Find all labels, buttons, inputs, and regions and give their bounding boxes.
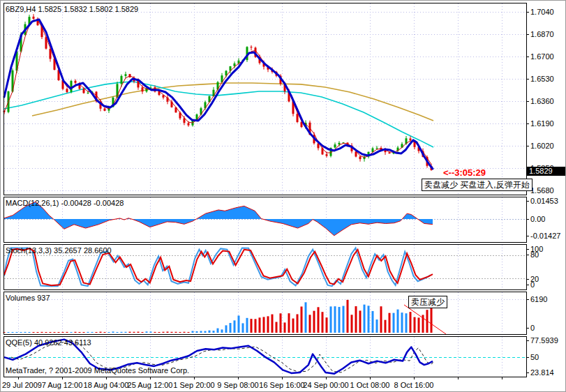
time-axis-label: 24 Sep 00:00	[303, 382, 348, 389]
qqe-indicator-label: QQE(5) 40.9262 43.6113	[6, 338, 91, 347]
chart-window: 6BZ9,H4 1.5825 1.5832 1.5802 1.5829 MACD…	[0, 0, 566, 392]
time-axis-label: 8 Oct 16:00	[394, 382, 434, 389]
axis-label-stoch: 80	[530, 251, 539, 259]
time-axis-label: 16 Sep 16:00	[259, 382, 304, 389]
volume-note[interactable]: 卖压减少	[408, 296, 447, 308]
axis-label-main: 1.6530	[530, 75, 554, 83]
axis-label-qqe: 50	[530, 354, 539, 361]
time-axis-label: 7 Aug 12:00	[42, 382, 83, 389]
axis-label-main: 1.7040	[530, 8, 554, 16]
chart-canvas[interactable]	[1, 1, 566, 392]
volumes-indicator-label: Volumes 937	[6, 294, 50, 302]
copyright-label: MetaTrader, ? 2001-2009 MetaQuotes Softw…	[6, 366, 189, 375]
axis-label-macd: 0.01453	[530, 197, 558, 205]
axis-label-main: 1.6020	[530, 142, 554, 150]
time-axis-label: 25 Aug 12:00	[128, 382, 173, 389]
stoch-indicator-label: Stoch(13,3,3) 35.2657 28.6600	[6, 246, 112, 255]
main-chart-note[interactable]: 卖盘减少 买盘进入,反弹开始	[422, 179, 533, 191]
axis-label-volumes: 6190	[530, 296, 547, 303]
axis-label-main: 1.5680	[530, 187, 554, 195]
axis-label-volumes: 0	[530, 324, 535, 332]
time-axis-label: 18 Aug 04:00	[84, 382, 129, 389]
time-axis-label: 9 Sep 08:00	[217, 382, 258, 389]
axis-label-main: 1.6870	[530, 31, 554, 38]
axis-label-macd: 0.00	[530, 216, 545, 223]
axis-label-main: 1.6700	[530, 53, 554, 61]
axis-label-stoch: 0	[530, 281, 535, 289]
axis-label-qqe: 77.5939	[530, 337, 558, 345]
axis-label-macd: -0.01427	[530, 232, 560, 240]
axis-label-main: 1.6360	[530, 98, 554, 105]
candle-countdown-annotation[interactable]: <--3:05:29	[443, 167, 486, 178]
time-axis-label: 29 Jul 2009	[2, 382, 42, 389]
axis-label-qqe: 23.814	[530, 369, 554, 377]
time-axis-label: 1 Sep 20:00	[173, 382, 214, 389]
symbol-ohlc-label: 6BZ9,H4 1.5825 1.5832 1.5802 1.5829	[6, 5, 138, 13]
macd-indicator-label: MACD(12,26,1) -0.00428 -0.00428	[6, 199, 124, 207]
axis-label-main: 1.6190	[530, 120, 554, 128]
time-axis-label: 1 Oct 08:00	[350, 382, 390, 389]
current-price-marker: 1.5829	[527, 167, 566, 176]
